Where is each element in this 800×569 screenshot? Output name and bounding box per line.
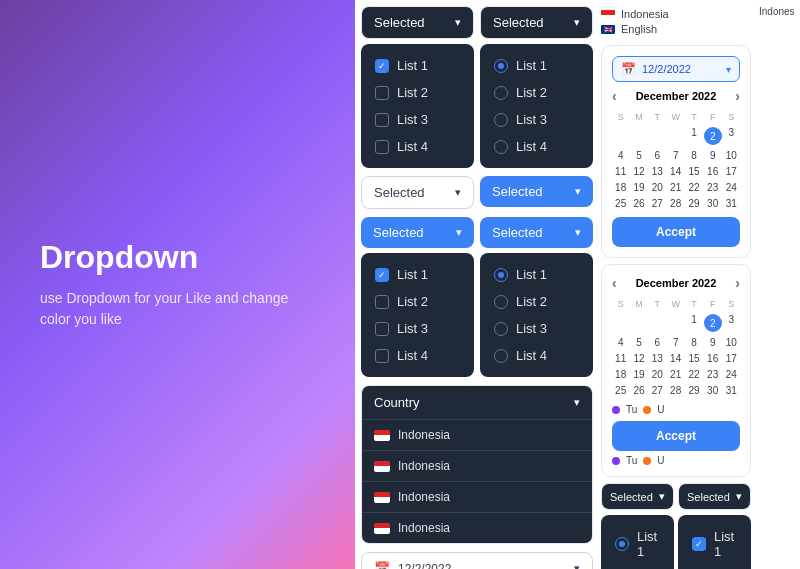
list-item[interactable]: List 2 [601, 565, 674, 569]
list-item[interactable]: List 1 [361, 261, 474, 288]
list-item[interactable]: List 1 [601, 523, 674, 565]
page-title: Dropdown [40, 239, 315, 276]
selected-dark-dropdown-1[interactable]: Selected ▾ [361, 6, 474, 39]
chevron-down-icon: ▾ [575, 226, 581, 239]
checkbox-unchecked[interactable] [375, 322, 389, 336]
date-input[interactable]: 📅 12/2/2022 ▾ [361, 552, 593, 569]
selected-blue-dropdown-3[interactable]: Selected ▾ [480, 217, 593, 248]
selected-blue-dropdown-2[interactable]: Selected ▾ [361, 217, 474, 248]
legend-item-u: U [643, 404, 664, 415]
indonesia-peek: Indones [759, 6, 794, 17]
chevron-down-icon: ▾ [659, 490, 665, 503]
dark-list-4: List 1 List 2 List 3 List 4 [480, 253, 593, 377]
bottom-list-2: List 1 List 2 [678, 515, 751, 569]
right-peek-col: Indones [759, 6, 794, 569]
chevron-down-icon: ▾ [726, 64, 731, 75]
chevron-down-icon: ▾ [574, 562, 580, 569]
country-list: Indonesia Indonesia Indonesia Indon [362, 419, 592, 543]
checkbox-checked[interactable] [692, 537, 706, 551]
list-item[interactable]: List 2 [480, 288, 593, 315]
legend-dot [612, 406, 620, 414]
list-item[interactable]: List 2 [480, 79, 593, 106]
checkbox-unchecked[interactable] [375, 140, 389, 154]
bottom-list-1: List 1 List 2 [601, 515, 674, 569]
calendar-header-2: ‹ December 2022 › [612, 275, 740, 291]
list-item[interactable]: List 1 [361, 52, 474, 79]
radio-checked[interactable] [615, 537, 629, 551]
list-item[interactable]: List 2 [678, 565, 751, 569]
flag-indonesia [374, 430, 390, 441]
legend-u-2: U [643, 455, 664, 466]
country-item[interactable]: Indonesia [362, 481, 592, 512]
checkbox-unchecked[interactable] [375, 349, 389, 363]
chevron-down-icon: ▾ [736, 490, 742, 503]
english-label: 🇬🇧 English [601, 23, 751, 35]
accept-button-2[interactable]: Accept [612, 421, 740, 451]
radio-unchecked[interactable] [494, 86, 508, 100]
calendar-grid: S M T W T F S 1 2 3 4 5 [612, 110, 740, 211]
list-item[interactable]: List 4 [480, 133, 593, 160]
radio-unchecked[interactable] [494, 113, 508, 127]
chevron-down-icon: ▾ [575, 185, 581, 198]
right-panel: Selected ▾ List 1 List 2 [355, 0, 800, 569]
cal-next-icon[interactable]: › [735, 88, 740, 104]
country-header[interactable]: Country ▾ [362, 386, 592, 419]
list-item[interactable]: List 4 [361, 342, 474, 369]
radio-checked[interactable] [494, 268, 508, 282]
checkbox-unchecked[interactable] [375, 86, 389, 100]
calendar-widget-1: 📅 12/2/2022 ▾ ‹ December 2022 › S M T W … [601, 45, 751, 258]
cal-prev-icon[interactable]: ‹ [612, 275, 617, 291]
selected-dark-dropdown-2[interactable]: Selected ▾ [480, 6, 593, 39]
list-item[interactable]: List 3 [361, 315, 474, 342]
legend-item-tu: Tu [612, 404, 637, 415]
list-item[interactable]: List 1 [480, 52, 593, 79]
selected-bottom-1[interactable]: Selected ▾ [601, 483, 674, 510]
list-item[interactable]: List 2 [361, 79, 474, 106]
flag-uk: 🇬🇧 [601, 25, 615, 34]
list-item[interactable]: List 3 [480, 106, 593, 133]
calendar-header: ‹ December 2022 › [612, 88, 740, 104]
left-panel: Dropdown use Dropdown for your Like and … [0, 0, 355, 569]
list-item[interactable]: List 2 [361, 288, 474, 315]
cal-next-icon[interactable]: › [735, 275, 740, 291]
chevron-down-icon: ▾ [455, 186, 461, 199]
flag-indonesia [374, 492, 390, 503]
accept-button[interactable]: Accept [612, 217, 740, 247]
country-item[interactable]: Indonesia [362, 450, 592, 481]
list-item[interactable]: List 1 [480, 261, 593, 288]
country-dropdown[interactable]: Country ▾ Indonesia Indonesia [361, 385, 593, 544]
checkbox-checked[interactable] [375, 59, 389, 73]
dark-list-2: List 1 List 2 List 3 List 4 [480, 44, 593, 168]
checkbox-unchecked[interactable] [375, 295, 389, 309]
flag-indonesia [374, 461, 390, 472]
checkbox-checked[interactable] [375, 268, 389, 282]
list-item[interactable]: List 4 [361, 133, 474, 160]
chevron-down-icon: ▾ [574, 16, 580, 29]
list-item[interactable]: List 3 [480, 315, 593, 342]
radio-unchecked[interactable] [494, 295, 508, 309]
checkbox-unchecked[interactable] [375, 113, 389, 127]
radio-unchecked[interactable] [494, 140, 508, 154]
chevron-down-icon: ▾ [456, 226, 462, 239]
legend-tu-2: Tu [612, 455, 637, 466]
radio-unchecked[interactable] [494, 322, 508, 336]
calendar-grid-2: S M T W T F S 1 2 3 4 5 6 [612, 297, 740, 398]
selected-blue-dropdown[interactable]: Selected ▾ [480, 176, 593, 207]
dark-list-3: List 1 List 2 List 3 List 4 [361, 253, 474, 377]
selected-light-dropdown[interactable]: Selected ▾ [361, 176, 474, 209]
list-item[interactable]: List 4 [480, 342, 593, 369]
flag-indonesia [374, 523, 390, 534]
indonesia-label: Indonesia [601, 8, 751, 20]
list-item[interactable]: List 3 [361, 106, 474, 133]
cal-prev-icon[interactable]: ‹ [612, 88, 617, 104]
calendar-icon: 📅 [374, 561, 390, 569]
country-item[interactable]: Indonesia [362, 512, 592, 543]
radio-unchecked[interactable] [494, 349, 508, 363]
chevron-down-icon: ▾ [455, 16, 461, 29]
radio-checked[interactable] [494, 59, 508, 73]
calendar-icon: 📅 [621, 62, 636, 76]
dark-list-1: List 1 List 2 List 3 List 4 [361, 44, 474, 168]
country-item[interactable]: Indonesia [362, 419, 592, 450]
list-item[interactable]: List 1 [678, 523, 751, 565]
selected-bottom-2[interactable]: Selected ▾ [678, 483, 751, 510]
